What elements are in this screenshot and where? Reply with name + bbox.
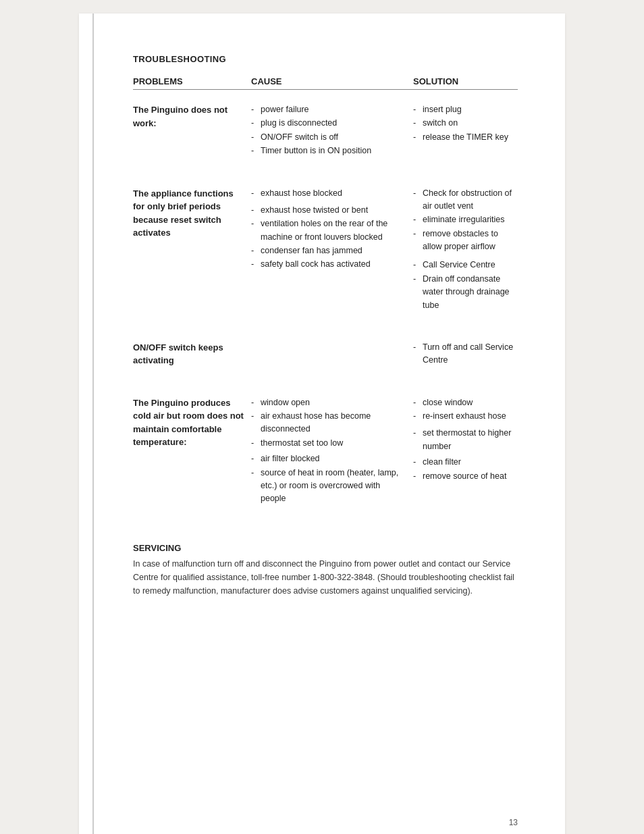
cause-cell: power failure plug is disconnected ON/OF… [251,103,413,159]
problem-cell: ON/OFF switch keeps activating [133,341,251,367]
table-header: PROBLEMS CAUSE SOLUTION [133,76,518,90]
list-item: switch on [413,117,518,130]
list-item: exhaust hose twisted or bent [251,204,406,217]
col-problems: PROBLEMS [133,76,251,86]
solution-list: close window re-insert exhaust hose set … [413,396,518,483]
list-item: condenser fan has jammed [251,244,406,257]
list-item: safety ball cock has activated [251,258,406,271]
list-item: Turn off and call Service Centre [413,341,518,367]
cause-cell: exhaust hose blocked exhaust hose twiste… [251,187,413,272]
cause-list: exhaust hose blocked exhaust hose twiste… [251,187,406,271]
problem-cell: The Pinguino produces cold air but room … [133,396,251,449]
table-row: ON/OFF switch keeps activating Turn off … [133,332,518,377]
cause-cell: window open air exhaust hose has become … [251,396,413,506]
solution-list: Check for obstruction of air outlet vent… [413,187,518,312]
col-solution: SOLUTION [413,76,518,86]
list-item: eliminate irregularities [413,213,518,226]
col-cause: CAUSE [251,76,413,86]
list-item: thermostat set too low [251,437,406,450]
solution-cell: insert plug switch on release the TIMER … [413,103,518,145]
list-item: insert plug [413,103,518,116]
list-item: close window [413,396,518,409]
section-title: TROUBLESHOOTING [133,54,518,64]
problem-cell: The appliance functions for only brief p… [133,187,251,240]
row-spacer [133,377,518,387]
list-item: remove obstacles to allow proper airflow [413,228,518,254]
list-item: set thermostat to higher number [413,427,518,453]
list-item: window open [251,396,406,409]
cause-list: window open air exhaust hose has become … [251,396,406,506]
cause-list: power failure plug is disconnected ON/OF… [251,103,406,158]
list-item: exhaust hose blocked [251,187,406,200]
list-item: Call Service Centre [413,259,518,271]
list-item: ventilation holes on the rear of the mac… [251,217,406,244]
list-item: air exhaust hose has become disconnected [251,410,406,436]
list-item: plug is disconnected [251,117,406,130]
list-item: air filter blocked [251,452,406,465]
solution-cell: close window re-insert exhaust hose set … [413,396,518,484]
table-row: The Pinguino does not work: power failur… [133,94,518,168]
solution-cell: Check for obstruction of air outlet vent… [413,187,518,313]
troubleshooting-table: PROBLEMS CAUSE SOLUTION The Pinguino doe… [133,76,518,516]
list-item: ON/OFF switch is off [251,131,406,144]
page-number: 13 [509,818,518,827]
list-item: Timer button is in ON position [251,145,406,157]
row-spacer [133,322,518,332]
list-item: re-insert exhaust hose [413,410,518,423]
problem-cell: The Pinguino does not work: [133,103,251,130]
servicing-section: SERVICING In case of malfunction turn of… [133,543,518,598]
page: TROUBLESHOOTING PROBLEMS CAUSE SOLUTION … [79,14,565,834]
list-item: remove source of heat [413,470,518,483]
list-item: clean filter [413,456,518,469]
list-item: source of heat in room (heater, lamp, et… [251,467,406,506]
list-item: Check for obstruction of air outlet vent [413,187,518,213]
list-item: power failure [251,103,406,116]
solution-list: insert plug switch on release the TIMER … [413,103,518,144]
solution-cell: Turn off and call Service Centre [413,341,518,368]
list-item: release the TIMER key [413,131,518,144]
row-spacer [133,168,518,178]
table-row: The appliance functions for only brief p… [133,178,518,322]
list-item: Drain off condansate water through drain… [413,273,518,312]
solution-list: Turn off and call Service Centre [413,341,518,367]
table-row: The Pinguino produces cold air but room … [133,387,518,516]
servicing-text: In case of malfunction turn off and disc… [133,557,518,598]
servicing-title: SERVICING [133,543,518,553]
left-bar [92,14,94,834]
